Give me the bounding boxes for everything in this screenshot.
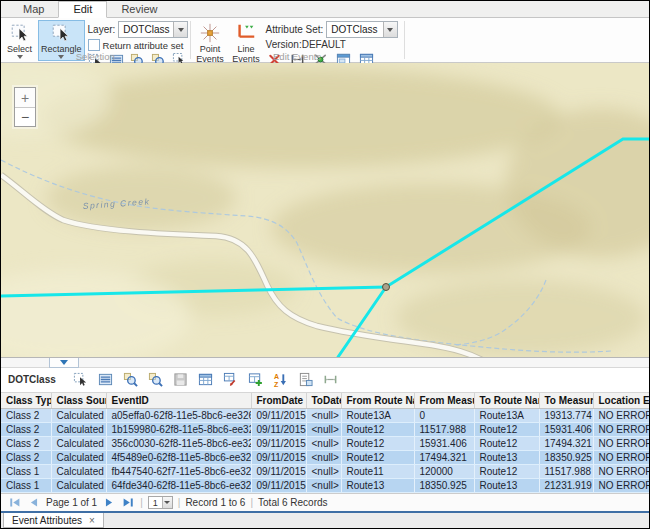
map-zoom-control: + − — [14, 87, 36, 127]
layer-value: DOTClass — [119, 24, 173, 35]
column-header[interactable]: ToDate — [306, 393, 341, 409]
column-header[interactable]: Location Error — [593, 393, 649, 409]
column-header[interactable]: Class Source — [51, 393, 106, 409]
tab-review[interactable]: Review — [107, 2, 171, 17]
attributes-form-icon[interactable] — [297, 371, 314, 388]
table-title: DOTClass — [8, 374, 56, 385]
chevron-down-icon[interactable] — [173, 22, 187, 37]
chevron-down-icon[interactable] — [383, 22, 397, 37]
table-cell: Route13 — [474, 479, 539, 493]
version-label: Version:DEFAULT — [266, 39, 398, 50]
attribute-set-value: DOTClass — [327, 24, 382, 35]
prev-page-button[interactable] — [27, 496, 41, 510]
table-cell: 17494.321 — [414, 451, 474, 465]
separator: | — [140, 497, 143, 508]
zoom-out-button[interactable]: − — [15, 107, 35, 126]
table-cell: Route12 — [341, 437, 414, 451]
table-cell: NO ERROR — [593, 409, 649, 423]
table-row[interactable]: Class 2Calculated356c0030-62f8-11e5-8bc6… — [1, 437, 649, 451]
table-cell: 09/11/2015 — [251, 451, 306, 465]
layer-label: Layer: — [88, 24, 116, 35]
point-events-icon — [199, 22, 221, 44]
tab-event-attributes[interactable]: Event Attributes × — [3, 513, 104, 528]
table-cell: <null> — [306, 465, 341, 479]
collapse-panel-button[interactable] — [49, 358, 79, 368]
line-events-icon — [235, 22, 257, 44]
page-select[interactable]: 1 — [148, 496, 173, 509]
table-row[interactable]: Class 2Calculateda05effa0-62f8-11e5-8bc6… — [1, 409, 649, 423]
table-cell: NO ERROR — [593, 423, 649, 437]
attribute-set-label: Attribute Set: — [266, 24, 324, 35]
record-indicator: Record 1 to 6 — [185, 497, 245, 508]
table-row[interactable]: Class 2Calculated4f5489e0-62f8-11e5-8bc6… — [1, 451, 649, 465]
switch-selection-icon[interactable] — [197, 371, 214, 388]
select-records-icon[interactable] — [72, 371, 89, 388]
tab-map[interactable]: Map — [9, 2, 58, 17]
table-row[interactable]: Class 2Calculated1b159980-62f8-11e5-8bc6… — [1, 423, 649, 437]
column-header[interactable]: FromDate — [251, 393, 306, 409]
group-separator — [404, 21, 405, 59]
column-header[interactable]: Class Type — [1, 393, 51, 409]
table-cell: 09/11/2015 — [251, 409, 306, 423]
add-record-icon[interactable] — [247, 371, 264, 388]
table-cell: NO ERROR — [593, 437, 649, 451]
table-cell: Class 2 — [1, 437, 51, 451]
column-header[interactable]: To Route Name — [474, 393, 539, 409]
separator: | — [178, 497, 181, 508]
chevron-down-icon — [60, 360, 68, 365]
selection-group: Select Rectangle Layer: DOTClass — [1, 18, 190, 62]
page-indicator: Page 1 of 1 — [46, 497, 97, 508]
save-icon[interactable] — [172, 371, 189, 388]
table-cell: 17494.321 — [539, 437, 593, 451]
column-header[interactable]: From Route Name — [341, 393, 414, 409]
table-row[interactable]: Class 1Calculated64fde340-62f8-11e5-8bc6… — [1, 479, 649, 493]
zoom-to-selected-icon[interactable] — [122, 371, 139, 388]
edit-events-group: Point Events Line Events Attribute Set: … — [191, 18, 404, 62]
page-select-value: 1 — [149, 498, 162, 508]
pagination-bar: Page 1 of 1 | 1 | Record 1 to 6 | Total … — [1, 493, 649, 511]
table-cell: 4f5489e0-62f8-11e5-8bc6-ee32641d5ec9 — [106, 451, 251, 465]
close-icon[interactable]: × — [89, 515, 95, 526]
last-page-button[interactable] — [121, 496, 135, 510]
tab-edit[interactable]: Edit — [58, 1, 107, 18]
panel-splitter[interactable] — [1, 357, 649, 368]
pan-to-selected-icon[interactable] — [147, 371, 164, 388]
table-cell: Route12 — [341, 423, 414, 437]
attribute-set-combobox[interactable]: DOTClass — [326, 21, 397, 38]
map-terrain: Spring Creek — [1, 63, 649, 357]
table-cell: 11517.988 — [414, 423, 474, 437]
map-canvas[interactable]: Spring Creek + − — [1, 63, 649, 357]
next-page-button[interactable] — [102, 496, 116, 510]
table-cell: Calculated — [51, 465, 106, 479]
table-cell: 09/11/2015 — [251, 437, 306, 451]
table-cell: 19313.774 — [539, 409, 593, 423]
records-list-icon[interactable] — [97, 371, 114, 388]
column-header[interactable]: To Measure — [539, 393, 593, 409]
route-junction-point[interactable] — [383, 284, 390, 291]
table-cell: 15931.406 — [414, 437, 474, 451]
table-cell: Class 1 — [1, 479, 51, 493]
layer-combobox[interactable]: DOTClass — [118, 21, 188, 38]
first-page-button[interactable] — [8, 496, 22, 510]
select-pointer-icon — [9, 22, 31, 44]
table-cell: Route13A — [474, 409, 539, 423]
selection-group-label: Selection — [1, 51, 190, 62]
chevron-down-icon[interactable] — [162, 497, 172, 508]
column-header[interactable]: From Measure — [414, 393, 474, 409]
measure-range-icon[interactable] — [322, 371, 339, 388]
sort-icon[interactable] — [272, 371, 289, 388]
table-body: Class 2Calculateda05effa0-62f8-11e5-8bc6… — [1, 409, 649, 493]
table-cell: 356c0030-62f8-11e5-8bc6-ee32641d5ec9 — [106, 437, 251, 451]
table-cell: 0 — [414, 409, 474, 423]
export-records-icon[interactable] — [222, 371, 239, 388]
table-cell: Calculated — [51, 409, 106, 423]
zoom-in-button[interactable]: + — [15, 88, 35, 107]
table-row[interactable]: Class 1Calculatedfb447540-62f7-11e5-8bc6… — [1, 465, 649, 479]
return-attribute-set-checkbox[interactable] — [88, 39, 100, 51]
table-toolbar: DOTClass — [1, 368, 649, 393]
table-cell: <null> — [306, 409, 341, 423]
column-header[interactable]: EventID — [106, 393, 251, 409]
table-cell: Calculated — [51, 479, 106, 493]
edit-events-group-label: Edit Events — [191, 51, 404, 62]
bottom-tab-bar: Event Attributes × — [1, 511, 649, 528]
